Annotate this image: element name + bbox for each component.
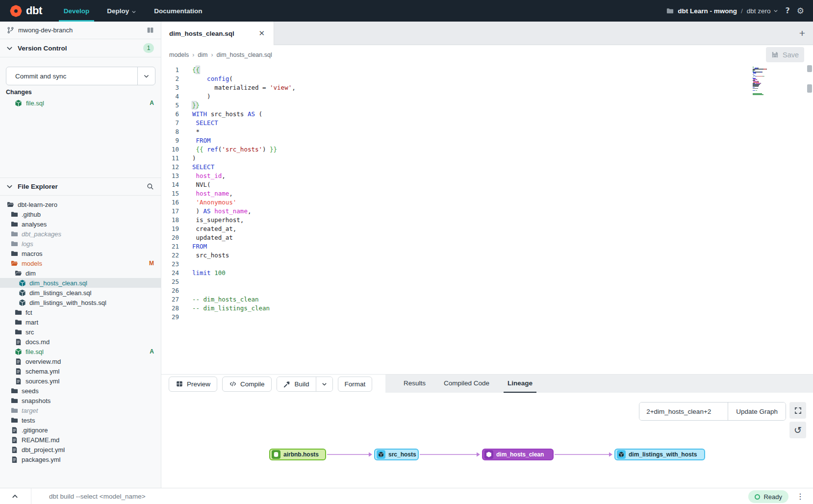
scrollbar-marker[interactable] bbox=[807, 84, 812, 93]
folder-icon bbox=[11, 230, 18, 238]
model-cube-icon bbox=[19, 279, 26, 287]
tree-item-dim-listings-with-hosts-sql[interactable]: dim_listings_with_hosts.sql bbox=[0, 298, 161, 307]
top-nav-right: dbt Learn - mwong / dbt zero ? ⚙ bbox=[666, 7, 813, 15]
lineage-node-dim-listings-with-hosts[interactable]: dim_listings_with_hosts bbox=[614, 449, 705, 460]
gear-icon[interactable]: ⚙ bbox=[797, 7, 804, 15]
tab-lineage[interactable]: Lineage bbox=[504, 375, 536, 393]
button-preview[interactable]: Preview bbox=[169, 377, 217, 392]
project-switcher[interactable]: dbt Learn - mwong / dbt zero bbox=[666, 7, 778, 15]
tree-item-seeds[interactable]: seeds bbox=[0, 386, 161, 396]
lineage-node-airbnb-hosts[interactable]: airbnb.hosts bbox=[269, 449, 326, 460]
changed-file-file.sql[interactable]: file.sqlA bbox=[0, 98, 161, 108]
file-icon bbox=[15, 338, 22, 346]
nav-deploy[interactable]: Deploy bbox=[98, 0, 145, 22]
line-numbers: 1234567891011121314151617181920212223242… bbox=[161, 66, 179, 322]
database-icon bbox=[272, 450, 280, 459]
lineage-node-dim-hosts-clean[interactable]: dim_hosts_clean bbox=[482, 449, 554, 460]
tree-item-sources-yml[interactable]: sources.yml bbox=[0, 376, 161, 386]
version-control-header[interactable]: Version Control 1 bbox=[0, 39, 161, 57]
tree-item--github[interactable]: .github bbox=[0, 209, 161, 219]
nav-develop[interactable]: Develop bbox=[55, 0, 99, 22]
folder-icon bbox=[15, 328, 22, 336]
branch-row: mwong-dev-branch bbox=[0, 22, 161, 39]
folder-icon bbox=[11, 407, 18, 414]
nav-documentation[interactable]: Documentation bbox=[145, 0, 211, 22]
search-icon[interactable] bbox=[147, 183, 154, 190]
main-nav: DevelopDeployDocumentation bbox=[55, 0, 211, 22]
button-format[interactable]: Format bbox=[338, 377, 373, 392]
tree-item-packages-yml[interactable]: packages.yml bbox=[0, 454, 161, 464]
commit-and-sync-button[interactable]: Commit and sync bbox=[6, 67, 155, 85]
tab-compiled-code[interactable]: Compiled Code bbox=[440, 375, 493, 393]
project-name: dbt Learn - mwong bbox=[678, 7, 737, 15]
button-compile[interactable]: Compile bbox=[222, 377, 272, 392]
tree-item-macros[interactable]: macros bbox=[0, 249, 161, 258]
editor-tab-strip: dim_hosts_clean.sql ✕ + bbox=[161, 22, 813, 45]
tree-item-analyses[interactable]: analyses bbox=[0, 219, 161, 229]
chevron-down-icon bbox=[6, 45, 13, 52]
tree-item-src[interactable]: src bbox=[0, 327, 161, 337]
model-cube-icon bbox=[19, 299, 26, 306]
tree-item--gitignore[interactable]: .gitignore bbox=[0, 425, 161, 435]
breadcrumb-row: models›dim›dim_hosts_clean.sql Save bbox=[161, 45, 813, 65]
button-build[interactable]: Build bbox=[277, 377, 316, 391]
tree-item-file-sql[interactable]: file.sqlA bbox=[0, 347, 161, 356]
tree-item-docs-md[interactable]: docs.md bbox=[0, 337, 161, 347]
tree-item-schema-yml[interactable]: schema.yml bbox=[0, 366, 161, 376]
tree-item-snapshots[interactable]: snapshots bbox=[0, 396, 161, 405]
new-tab-button[interactable]: + bbox=[795, 26, 809, 40]
git-branch-icon bbox=[7, 26, 14, 34]
model-cube-icon bbox=[484, 450, 493, 459]
tree-item-dbt-learn-zero[interactable]: dbt-learn-zero bbox=[0, 200, 161, 209]
code-content[interactable]: {{ config( materialized = 'view', )}}WIT… bbox=[192, 66, 296, 322]
action-buttons: PreviewCompileBuildFormat bbox=[161, 375, 372, 393]
tree-item-dim-hosts-clean-sql[interactable]: dim_hosts_clean.sql bbox=[0, 278, 161, 288]
folder-icon bbox=[11, 240, 18, 248]
lineage-node-src-hosts[interactable]: src_hosts bbox=[374, 449, 419, 460]
tree-item-overview-md[interactable]: overview.md bbox=[0, 356, 161, 366]
minimap[interactable] bbox=[753, 67, 768, 96]
tree-item-readme-md[interactable]: README.md bbox=[0, 435, 161, 445]
split-view-icon[interactable] bbox=[147, 26, 154, 34]
chevron-down-icon bbox=[773, 8, 778, 13]
chevron-up-icon[interactable] bbox=[5, 491, 25, 502]
breadcrumb-dim-hosts-clean-sql[interactable]: dim_hosts_clean.sql bbox=[216, 51, 272, 58]
folder-open-icon bbox=[11, 260, 18, 267]
folder-icon bbox=[666, 7, 674, 15]
lineage-edges bbox=[161, 393, 813, 488]
tree-item-dim-listings-clean-sql[interactable]: dim_listings_clean.sql bbox=[0, 288, 161, 298]
dbt-logo[interactable]: dbt bbox=[0, 4, 55, 17]
file-explorer-header[interactable]: File Explorer bbox=[0, 177, 161, 196]
scrollbar-marker[interactable] bbox=[807, 65, 812, 72]
command-input[interactable] bbox=[31, 488, 728, 504]
tree-item-tests[interactable]: tests bbox=[0, 415, 161, 425]
hammer-icon bbox=[283, 380, 291, 388]
breadcrumb-dim[interactable]: dim bbox=[198, 51, 207, 58]
kebab-menu-icon[interactable]: ⋮ bbox=[794, 491, 806, 502]
code-editor[interactable]: 1234567891011121314151617181920212223242… bbox=[161, 65, 813, 374]
file-icon bbox=[11, 456, 18, 463]
commit-options-dropdown[interactable] bbox=[137, 67, 155, 85]
tree-item-target[interactable]: target bbox=[0, 405, 161, 415]
save-button[interactable]: Save bbox=[766, 47, 804, 62]
tree-item-fct[interactable]: fct bbox=[0, 307, 161, 317]
model-cube-icon bbox=[15, 100, 22, 107]
tree-item-dbt-project-yml[interactable]: dbt_project.yml bbox=[0, 445, 161, 454]
tab-dim-hosts-clean[interactable]: dim_hosts_clean.sql ✕ bbox=[161, 22, 274, 45]
tree-item-logs[interactable]: logs bbox=[0, 239, 161, 249]
tree-item-dim[interactable]: dim bbox=[0, 268, 161, 278]
help-icon[interactable]: ? bbox=[785, 7, 789, 15]
tree-item-mart[interactable]: mart bbox=[0, 317, 161, 327]
model-cube-icon bbox=[15, 348, 22, 355]
close-icon[interactable]: ✕ bbox=[256, 28, 267, 39]
status-ready-icon bbox=[755, 494, 760, 500]
environment-selector[interactable]: dbt zero bbox=[747, 7, 779, 15]
branch-name[interactable]: mwong-dev-branch bbox=[18, 26, 143, 34]
folder-open-icon bbox=[7, 201, 14, 208]
breadcrumb-models[interactable]: models bbox=[169, 51, 189, 58]
changes-count-badge: 1 bbox=[143, 43, 154, 53]
button-build-options[interactable] bbox=[316, 377, 332, 391]
tree-item-models[interactable]: modelsM bbox=[0, 258, 161, 268]
tab-results[interactable]: Results bbox=[400, 375, 430, 393]
tree-item-dbt-packages[interactable]: dbt_packages bbox=[0, 229, 161, 239]
